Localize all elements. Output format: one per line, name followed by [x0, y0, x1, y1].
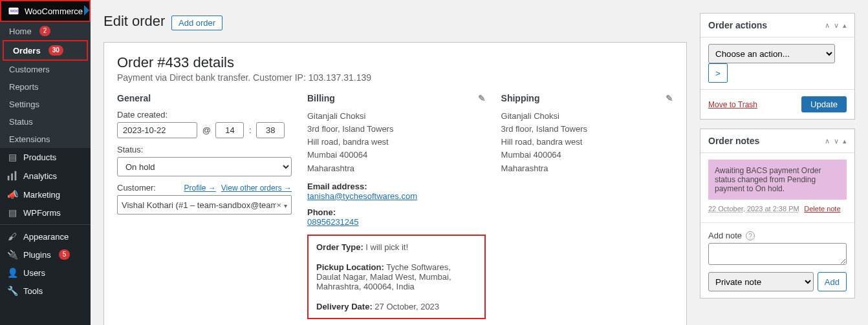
move-down-icon[interactable]: ∨: [834, 137, 839, 145]
order-action-select[interactable]: Choose an action...: [708, 44, 835, 63]
add-note-button[interactable]: Add: [818, 272, 847, 291]
order-type-value: I will pick it!: [365, 242, 408, 252]
users-icon: 👤: [6, 267, 18, 278]
move-to-trash-link[interactable]: Move to Trash: [708, 100, 757, 109]
clear-customer-icon[interactable]: ×: [276, 200, 281, 210]
move-up-icon[interactable]: ∧: [825, 21, 830, 30]
move-up-icon[interactable]: ∧: [825, 137, 830, 145]
add-note-label: Add note: [708, 231, 742, 240]
sidebar-item-plugins[interactable]: 🔌Plugins5: [0, 246, 91, 264]
sidebar-item-extensions[interactable]: Extensions: [0, 131, 91, 148]
general-heading: General: [117, 93, 292, 103]
submenu-label: Status: [9, 117, 33, 127]
minute-input[interactable]: [256, 122, 285, 138]
plugins-icon: 🔌: [6, 249, 18, 260]
edit-billing-icon[interactable]: ✎: [478, 93, 486, 103]
profile-link[interactable]: Profile →: [184, 183, 215, 193]
sidebar-label: Analytics: [23, 171, 57, 181]
sidebar-item-products[interactable]: ▤Products: [0, 148, 91, 166]
order-title: Order #433 details: [117, 54, 673, 71]
sidebar-label: Products: [23, 152, 56, 162]
shipping-address: Gitanjali Choksi 3rd floor, Island Tower…: [501, 110, 673, 175]
wpforms-icon: ▤: [6, 207, 18, 218]
main-content: Edit order Add order Order #433 details …: [91, 0, 868, 325]
update-button[interactable]: Update: [801, 96, 847, 112]
edit-shipping-icon[interactable]: ✎: [666, 93, 673, 103]
shipping-name: Gitanjali Choksi: [501, 110, 673, 123]
sidebar-item-settings[interactable]: Settings: [0, 96, 91, 113]
billing-heading: Billing: [307, 93, 335, 103]
sidebar-item-orders[interactable]: Orders30: [3, 40, 88, 61]
add-note-textarea[interactable]: [708, 243, 847, 265]
help-icon[interactable]: ?: [746, 231, 755, 240]
order-subtitle: Payment via Direct bank transfer. Custom…: [117, 72, 673, 83]
sidebar-item-woocommerce[interactable]: woo WooCommerce: [0, 0, 91, 22]
sidebar-label: WPForms: [23, 208, 61, 218]
sidebar-item-status[interactable]: Status: [0, 113, 91, 131]
sidebar-item-appearance[interactable]: 🖌Appearance: [0, 227, 91, 246]
submenu-label: Customers: [9, 65, 50, 74]
analytics-icon: [6, 170, 18, 182]
svg-text:woo: woo: [10, 8, 19, 13]
sidebar-item-reports[interactable]: Reports: [0, 78, 91, 96]
billing-name: Gitanjali Choksi: [307, 110, 486, 123]
billing-email-link[interactable]: tanisha@tychesoftwares.com: [307, 191, 417, 201]
sidebar-item-customers[interactable]: Customers: [0, 61, 91, 78]
sidebar-item-marketing[interactable]: 📣Marketing: [0, 185, 91, 204]
sidebar-item-users[interactable]: 👤Users: [0, 264, 91, 282]
shipping-line3: Hill road, bandra west: [501, 136, 673, 149]
sidebar-item-wpforms[interactable]: ▤WPForms: [0, 204, 91, 222]
sidebar-item-tools[interactable]: 🔧Tools: [0, 282, 91, 300]
products-icon: ▤: [6, 152, 18, 162]
sidebar-label: Plugins: [23, 250, 51, 260]
customer-select[interactable]: Vishal Kothari (#1 – team-sandbox@team-s…: [117, 195, 292, 215]
delivery-date-value: 27 October, 2023: [374, 302, 439, 311]
page-title: Edit order: [103, 13, 165, 30]
delete-note-link[interactable]: Delete note: [804, 205, 840, 213]
billing-phone-link[interactable]: 08956231245: [307, 217, 359, 227]
add-order-button[interactable]: Add order: [171, 16, 222, 30]
order-notes-box: Order notes ∧∨▴ Awaiting BACS payment Or…: [700, 129, 855, 299]
chevron-down-icon[interactable]: ▾: [284, 202, 287, 209]
pickup-details-box: Order Type: I will pick it! Pickup Locat…: [307, 235, 486, 319]
billing-city: Mumbai 400064: [307, 149, 486, 162]
shipping-state: Maharashtra: [501, 162, 673, 175]
apply-action-button[interactable]: >: [708, 63, 728, 83]
at-symbol: @: [202, 125, 211, 135]
shipping-heading: Shipping: [501, 93, 540, 103]
woocommerce-icon: woo: [8, 5, 19, 17]
sidebar-item-home[interactable]: Home2: [0, 22, 91, 40]
shipping-line2: 3rd floor, Island Towers: [501, 123, 673, 136]
date-created-label: Date created:: [117, 110, 292, 120]
status-label: Status:: [117, 145, 292, 154]
toggle-icon[interactable]: ▴: [843, 21, 847, 30]
svg-rect-4: [15, 171, 17, 180]
order-actions-box: Order actions ∧∨▴ Choose an action... > …: [700, 13, 855, 120]
status-select[interactable]: On hold: [117, 157, 292, 176]
note-type-select[interactable]: Private note: [708, 272, 814, 291]
sidebar-label: Tools: [23, 286, 43, 296]
move-down-icon[interactable]: ∨: [834, 21, 839, 30]
date-created-input[interactable]: [117, 122, 197, 138]
shipping-column: Shipping✎ Gitanjali Choksi 3rd floor, Is…: [501, 93, 673, 319]
billing-address: Gitanjali Choksi 3rd floor, Island Tower…: [307, 110, 486, 175]
woocommerce-submenu: Home2 Orders30 Customers Reports Setting…: [0, 22, 91, 148]
billing-state: Maharashtra: [307, 162, 486, 175]
view-orders-link[interactable]: View other orders →: [221, 183, 292, 193]
home-badge: 2: [39, 26, 51, 36]
customer-label: Customer:: [117, 183, 156, 193]
sidebar-item-analytics[interactable]: Analytics: [0, 166, 91, 185]
right-sidebar: Order actions ∧∨▴ Choose an action... > …: [700, 0, 868, 325]
order-notes-title: Order notes: [708, 136, 759, 146]
note-item: Awaiting BACS payment Order status chang…: [708, 160, 847, 200]
order-actions-title: Order actions: [708, 20, 767, 30]
sidebar-label: Marketing: [23, 190, 60, 200]
toggle-icon[interactable]: ▴: [843, 137, 847, 145]
hour-input[interactable]: [215, 122, 244, 138]
orders-badge: 30: [49, 45, 63, 56]
admin-sidebar: woo WooCommerce Home2 Orders30 Customers…: [0, 0, 91, 325]
note-timestamp: 22 October, 2023 at 2:38 PM: [708, 205, 799, 213]
submenu-label: Orders: [13, 46, 41, 56]
plugins-badge: 5: [59, 249, 71, 260]
email-label: Email address:: [307, 182, 486, 191]
